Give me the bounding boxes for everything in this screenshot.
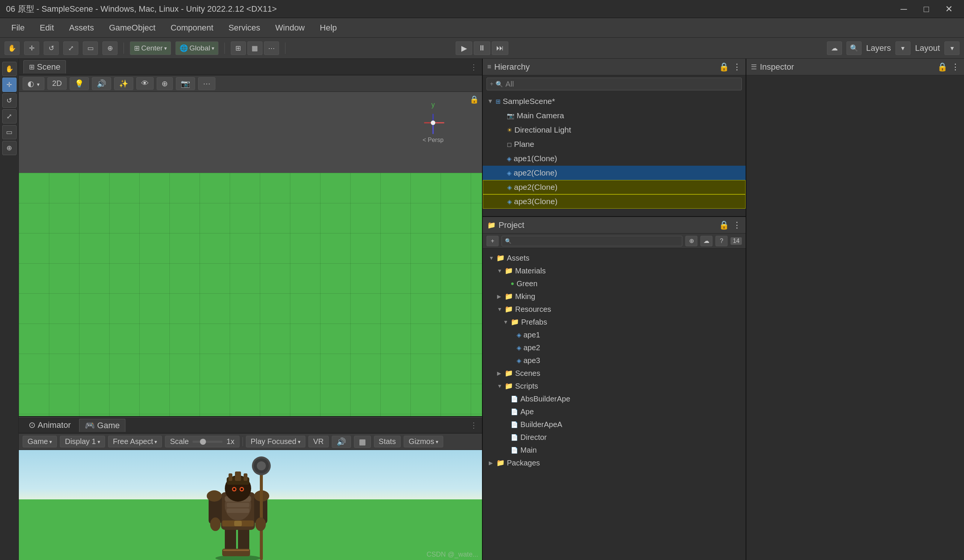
project-more-icon[interactable]: ⋮ <box>733 220 741 230</box>
scene-shading-btn[interactable]: ◐ ▾ <box>23 77 44 90</box>
hierarchy-search-input[interactable]: All <box>505 80 738 88</box>
scene-audio-btn[interactable]: 🔊 <box>92 77 111 90</box>
menu-component[interactable]: Component <box>164 21 220 35</box>
tool-rect[interactable]: ▭ <box>2 125 16 139</box>
game-vr-btn[interactable]: VR <box>308 436 329 448</box>
scene-cam-btn[interactable]: 📷 <box>176 77 195 90</box>
project-director[interactable]: 📄 Director <box>487 431 741 444</box>
hierarchy-plane[interactable]: ◻ Plane <box>483 137 746 151</box>
toolbar-scale-tool[interactable]: ⤢ <box>63 41 78 55</box>
hierarchy-scene[interactable]: ▼ ⊞ SampleScene* <box>483 94 746 109</box>
game-audio-btn[interactable]: 🔊 <box>332 436 351 448</box>
cloud-btn[interactable]: ☁ <box>827 41 842 55</box>
game-canvas[interactable]: CSDN @_wate... <box>19 450 482 560</box>
play-button[interactable]: ▶ <box>456 41 472 55</box>
pause-button[interactable]: ⏸ <box>474 41 490 55</box>
hierarchy-main-camera[interactable]: 📷 Main Camera <box>483 109 746 123</box>
game-menu-button[interactable]: ⋮ <box>470 421 477 429</box>
project-main[interactable]: 📄 Main <box>487 444 741 456</box>
scene-menu-button[interactable]: ⋮ <box>470 63 477 71</box>
window-controls[interactable]: ─ □ ✕ <box>896 4 956 14</box>
game-playfocused-btn[interactable]: Play Focused ▾ <box>246 436 305 448</box>
grid-btn-1[interactable]: ⊞ <box>231 41 246 55</box>
menu-window[interactable]: Window <box>269 21 311 35</box>
menu-file[interactable]: File <box>5 21 31 35</box>
close-button[interactable]: ✕ <box>941 4 956 14</box>
project-filter1[interactable]: ⊕ <box>686 236 697 246</box>
scene-hidden-btn[interactable]: 👁 <box>136 77 154 90</box>
project-scripts[interactable]: ▼ 📁 Scripts <box>487 379 741 392</box>
tool-transform[interactable]: ⊕ <box>2 141 16 155</box>
scene-tab[interactable]: ⊞ Scene <box>23 60 66 73</box>
hierarchy-more-icon[interactable]: ⋮ <box>733 62 741 72</box>
project-abs-builder-ape[interactable]: 📄 AbsBuilderApe <box>487 392 741 405</box>
toolbar-center-btn[interactable]: ⊞ Center ▾ <box>130 41 171 55</box>
grid-btn-3[interactable]: ⋯ <box>264 41 279 55</box>
project-packages[interactable]: ▶ 📁 Packages <box>487 456 741 469</box>
toolbar-rotate-tool[interactable]: ↺ <box>44 41 59 55</box>
search-btn[interactable]: 🔍 <box>847 41 861 55</box>
hierarchy-ape2-clone-selected[interactable]: ◈ ape2(Clone) <box>483 166 746 180</box>
inspector-more-icon[interactable]: ⋮ <box>951 62 959 72</box>
grid-btn-2[interactable]: ▦ <box>248 41 262 55</box>
hierarchy-ape3-clone[interactable]: ◈ ape3(Clone) <box>483 194 746 208</box>
menu-help[interactable]: Help <box>313 21 344 35</box>
hierarchy-ape2-clone-highlighted[interactable]: ◈ ape2(Clone) <box>483 180 746 194</box>
project-materials[interactable]: ▼ 📁 Materials <box>487 264 741 277</box>
project-prefabs[interactable]: ▼ 📁 Prefabs <box>487 316 741 329</box>
scene-gizmo[interactable]: y < Persp <box>414 99 452 145</box>
scene-extra-btn[interactable]: ⋯ <box>198 77 215 90</box>
game-scale-btn[interactable]: Scale 1x <box>165 436 239 448</box>
project-filter3[interactable]: ? <box>715 236 728 246</box>
animator-tab[interactable]: ⊙ Animator <box>23 419 76 431</box>
menu-gameobject[interactable]: GameObject <box>102 21 162 35</box>
game-display-btn[interactable]: Game ▾ <box>23 436 57 448</box>
hierarchy-lock-icon[interactable]: 🔒 <box>719 62 729 72</box>
menu-assets[interactable]: Assets <box>62 21 101 35</box>
maximize-button[interactable]: □ <box>919 4 934 14</box>
layers-dropdown[interactable]: ▾ <box>896 41 910 55</box>
project-resources[interactable]: ▼ 📁 Resources <box>487 303 741 316</box>
game-layout-btn[interactable]: ▦ <box>354 436 371 448</box>
project-green-material[interactable]: ● Green <box>487 277 741 290</box>
project-ape2-prefab[interactable]: ◈ ape2 <box>487 341 741 354</box>
project-scenes[interactable]: ▶ 📁 Scenes <box>487 367 741 379</box>
hierarchy-directional-light[interactable]: ☀ Directional Light <box>483 123 746 137</box>
toolbar-global-btn[interactable]: 🌐 Global ▾ <box>176 41 218 55</box>
tool-hand[interactable]: ✋ <box>2 62 16 76</box>
project-filter2[interactable]: ☁ <box>700 236 712 246</box>
toolbar-rect-tool[interactable]: ▭ <box>83 41 98 55</box>
tool-move[interactable]: ✛ <box>2 78 16 92</box>
project-add-btn[interactable]: + <box>487 236 498 246</box>
game-aspect-btn[interactable]: Free Aspect ▾ <box>108 436 162 448</box>
scale-slider[interactable] <box>192 441 223 443</box>
tool-rotate[interactable]: ↺ <box>2 93 16 108</box>
project-assets[interactable]: ▼ 📁 Assets <box>487 252 741 264</box>
inspector-lock-icon[interactable]: 🔒 <box>937 62 948 72</box>
game-tab[interactable]: 🎮 Game <box>79 419 125 432</box>
menu-services[interactable]: Services <box>222 21 267 35</box>
game-gizmos-btn[interactable]: Gizmos ▾ <box>404 436 443 448</box>
scene-2d-btn[interactable]: 2D <box>47 77 67 90</box>
toolbar-hand-tool[interactable]: ✋ <box>5 41 20 55</box>
scene-light-btn[interactable]: 💡 <box>70 77 89 90</box>
hierarchy-ape1-clone[interactable]: ◈ ape1(Clone) <box>483 151 746 166</box>
project-ape-script[interactable]: 📄 Ape <box>487 405 741 418</box>
minimize-button[interactable]: ─ <box>896 4 911 14</box>
scene-canvas[interactable]: y < Persp 🔒 <box>19 92 482 416</box>
scene-fx-btn[interactable]: ✨ <box>114 77 133 90</box>
project-lock-icon[interactable]: 🔒 <box>719 220 729 230</box>
project-ape3-prefab[interactable]: ◈ ape3 <box>487 354 741 367</box>
tool-scale[interactable]: ⤢ <box>2 109 16 124</box>
menu-edit[interactable]: Edit <box>33 21 60 35</box>
lock-icon[interactable]: 🔒 <box>470 95 479 104</box>
toolbar-transform-tool[interactable]: ⊕ <box>103 41 117 55</box>
project-ape1-prefab[interactable]: ◈ ape1 <box>487 329 741 341</box>
project-mking[interactable]: ▶ 📁 Mking <box>487 290 741 303</box>
project-builder-ape-a[interactable]: 📄 BuilderApeA <box>487 418 741 431</box>
scene-gizmos-btn[interactable]: ⊕ <box>157 77 173 90</box>
step-button[interactable]: ⏭ <box>492 41 508 55</box>
game-display-num-btn[interactable]: Display 1 ▾ <box>60 436 105 448</box>
game-stats-btn[interactable]: Stats <box>374 436 401 448</box>
layout-dropdown[interactable]: ▾ <box>944 41 959 55</box>
